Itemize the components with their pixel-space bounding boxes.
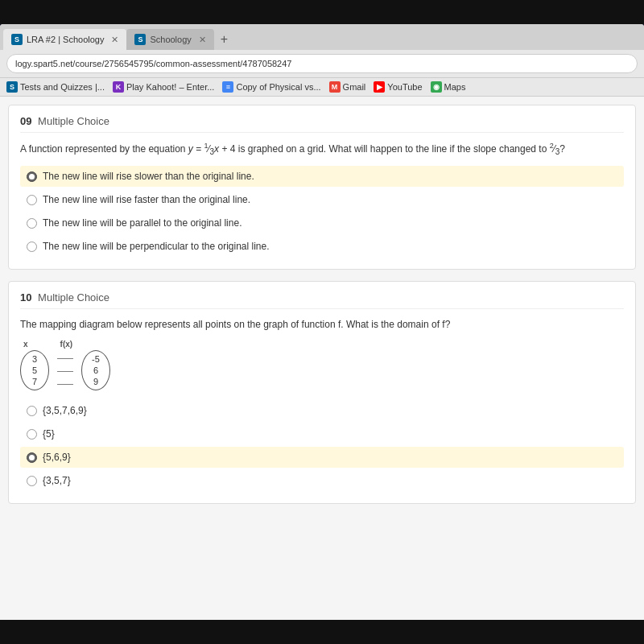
tab-active[interactable]: S LRA #2 | Schoology ✕ (3, 29, 126, 50)
radio-10-4 (27, 476, 37, 486)
tab-label-1: LRA #2 | Schoology (27, 35, 104, 44)
content-area: 09 Multiple Choice A function represente… (0, 97, 644, 620)
answer-9-3-text: The new line will be parallel to the ori… (43, 217, 242, 229)
question-9-text: A function represented by the equation y… (20, 141, 624, 158)
mapping-diagram: x f(x) 3 5 7 —— —— —— (20, 340, 624, 390)
fx-val-3: 9 (93, 377, 98, 386)
top-frame (0, 0, 644, 24)
answer-10-3[interactable]: {5,6,9} (20, 447, 624, 468)
answer-9-4[interactable]: The new line will be perpendicular to th… (20, 236, 624, 257)
bookmark-label-4: Gmail (343, 82, 366, 92)
bookmark-tests[interactable]: S Tests and Quizzes |... (6, 81, 105, 93)
question-block-10: 10 Multiple Choice The mapping diagram b… (8, 281, 636, 504)
question-9-number: 09 (20, 115, 31, 127)
question-10-number: 10 (20, 291, 31, 303)
arrow-2: —— (57, 366, 73, 375)
bookmark-label-6: Maps (444, 82, 466, 92)
bookmark-icon-maps: ◉ (431, 81, 442, 93)
tab-favicon-1: S (11, 34, 23, 45)
answer-10-2[interactable]: {5} (20, 423, 624, 444)
bookmark-icon-youtube: ▶ (374, 81, 385, 93)
answer-9-1[interactable]: The new line will rise slower than the o… (20, 166, 624, 187)
bookmark-kahoot[interactable]: K Play Kahoot! – Enter... (113, 81, 214, 93)
answer-10-4[interactable]: {3,5,7} (20, 470, 624, 491)
arrow-1: —— (57, 353, 73, 362)
question-10-text: The mapping diagram below represents all… (20, 317, 624, 332)
tab-label-2: Schoology (150, 35, 191, 44)
bookmark-icon-gmail: M (329, 81, 341, 93)
radio-inner-10-3 (29, 455, 35, 460)
answer-9-2[interactable]: The new line will rise faster than the o… (20, 189, 624, 210)
url-text: logy.spart5.net/course/2756545795/common… (15, 59, 291, 68)
bookmarks-bar: S Tests and Quizzes |... K Play Kahoot! … (0, 78, 644, 97)
address-bar: logy.spart5.net/course/2756545795/common… (0, 50, 644, 78)
answer-10-3-text: {5,6,9} (43, 452, 71, 463)
fx-header: f(x) (60, 340, 73, 349)
x-val-1: 3 (32, 354, 37, 364)
arrows: —— —— —— (57, 353, 73, 388)
col-headers: x f(x) (23, 340, 72, 349)
new-tab-button[interactable]: + (214, 29, 234, 50)
question-10-type: Multiple Choice (38, 291, 109, 303)
answer-10-1[interactable]: {3,5,7,6,9} (20, 400, 624, 421)
radio-9-3 (27, 218, 37, 229)
answer-9-1-text: The new line will rise slower than the o… (43, 171, 254, 182)
fx-val-1: -5 (92, 354, 100, 364)
x-val-2: 5 (32, 365, 37, 375)
browser-window: S LRA #2 | Schoology ✕ S Schoology ✕ + l… (0, 24, 644, 620)
bookmark-doc[interactable]: ≡ Copy of Physical vs... (222, 81, 320, 93)
fx-val-2: 6 (93, 365, 98, 375)
radio-9-2 (27, 195, 37, 205)
radio-9-4 (27, 242, 37, 252)
bookmark-gmail[interactable]: M Gmail (329, 81, 366, 93)
radio-inner-9-1 (29, 174, 35, 180)
tab-bar: S LRA #2 | Schoology ✕ S Schoology ✕ + (0, 24, 644, 50)
x-val-3: 7 (32, 377, 37, 386)
bookmark-icon-doc: ≡ (222, 81, 233, 93)
question-9-type: Multiple Choice (38, 115, 109, 127)
answer-10-4-text: {3,5,7} (43, 475, 71, 486)
answer-9-4-text: The new line will be perpendicular to th… (43, 241, 270, 252)
question-10-header: 10 Multiple Choice (20, 291, 624, 309)
x-header: x (23, 340, 28, 349)
tab-inactive[interactable]: S Schoology ✕ (126, 29, 213, 50)
bottom-frame (0, 620, 644, 644)
question-block-9: 09 Multiple Choice A function represente… (8, 105, 636, 270)
question-9-header: 09 Multiple Choice (20, 115, 624, 133)
answer-10-2-text: {5} (43, 428, 55, 440)
bookmark-label-5: YouTube (387, 82, 422, 92)
bookmark-maps[interactable]: ◉ Maps (431, 81, 466, 93)
arrow-3: —— (57, 379, 73, 388)
radio-10-3 (27, 452, 37, 463)
fx-oval: -5 6 9 (81, 350, 110, 390)
tab-favicon-2: S (134, 34, 146, 45)
bookmark-youtube[interactable]: ▶ YouTube (374, 81, 422, 93)
bookmark-icon-kahoot: K (113, 81, 124, 93)
url-input[interactable]: logy.spart5.net/course/2756545795/common… (6, 54, 638, 73)
answer-9-2-text: The new line will rise faster than the o… (43, 194, 250, 205)
bookmark-label-2: Play Kahoot! – Enter... (126, 82, 214, 92)
tab-close-1[interactable]: ✕ (111, 35, 118, 45)
mapping-visual: x f(x) 3 5 7 —— —— —— (20, 340, 110, 390)
bookmark-label-3: Copy of Physical vs... (236, 82, 320, 92)
tab-close-2[interactable]: ✕ (199, 35, 206, 45)
radio-10-1 (27, 406, 37, 416)
bookmark-label-1: Tests and Quizzes |... (20, 82, 105, 92)
x-oval: 3 5 7 (20, 350, 49, 390)
answer-10-1-text: {3,5,7,6,9} (43, 405, 87, 416)
radio-10-2 (27, 429, 37, 440)
bookmark-icon-schoology: S (6, 81, 18, 93)
answer-9-3[interactable]: The new line will be parallel to the ori… (20, 213, 624, 233)
radio-9-1 (27, 171, 37, 182)
